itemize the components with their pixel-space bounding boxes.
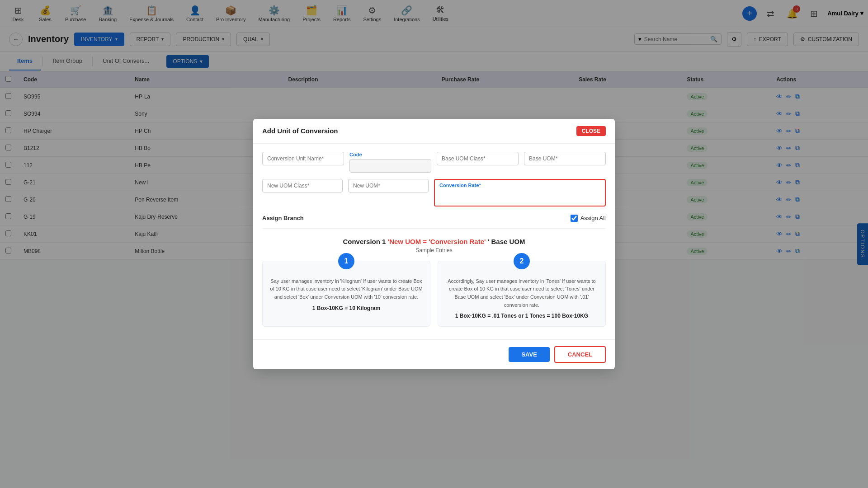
divider	[262, 228, 606, 229]
close-button[interactable]: CLOSE	[576, 126, 606, 136]
assign-all-label: Assign All	[580, 215, 606, 221]
base-uom-class-input[interactable]	[437, 152, 519, 165]
base-uom-group	[524, 152, 606, 173]
sample-card-1: 1 Say user manages inventory in 'Kilogra…	[262, 261, 430, 327]
conversion-rate-input[interactable]: 0.1234567890	[439, 190, 600, 203]
sample-badge-2: 2	[514, 253, 530, 269]
save-button[interactable]: SAVE	[509, 347, 549, 362]
sample-card-2-text: Accordingly, Say user manages inventory …	[445, 277, 598, 309]
new-uom-class-group	[262, 179, 343, 206]
assign-all-checkbox[interactable]	[571, 215, 578, 222]
sample-section: Conversion 1 'New UOM = 'Conversion Rate…	[262, 233, 606, 331]
new-uom-class-input[interactable]	[262, 179, 343, 192]
modal-overlay: Add Unit of Conversion CLOSE Code Auto	[0, 0, 868, 488]
code-label: Code	[349, 152, 431, 157]
modal-title: Add Unit of Conversion	[262, 127, 338, 135]
sample-badge-1: 1	[338, 253, 354, 269]
base-uom-input[interactable]	[524, 152, 606, 165]
conversion-rate-group: Conversion Rate* 0.1234567890	[434, 179, 606, 206]
sample-card-1-text: Say user manages inventory in 'Kilogram'…	[270, 277, 423, 301]
assign-all-row: Assign All	[571, 215, 606, 222]
assign-branch-row: Assign Branch Assign All	[262, 213, 606, 222]
code-input[interactable]: Auto	[349, 159, 431, 173]
modal-add-conversion: Add Unit of Conversion CLOSE Code Auto	[253, 119, 615, 369]
assign-branch-label: Assign Branch	[262, 215, 304, 221]
cancel-button[interactable]: CANCEL	[554, 346, 606, 363]
conversion-unit-name-group	[262, 152, 344, 173]
form-row-2: Conversion Rate* 0.1234567890	[262, 179, 606, 206]
new-uom-input[interactable]	[348, 179, 429, 192]
sample-card-2-formula: 1 Box-10KG = .01 Tones or 1 Tones = 100 …	[445, 313, 598, 319]
conversion-rate-label: Conversion Rate*	[439, 183, 600, 188]
sample-card-1-formula: 1 Box-10KG = 10 Kilogram	[270, 305, 423, 311]
sample-cards: 1 Say user manages inventory in 'Kilogra…	[262, 261, 606, 327]
conversion-unit-name-input[interactable]	[262, 152, 344, 165]
modal-header: Add Unit of Conversion CLOSE	[253, 119, 615, 144]
modal-footer: SAVE CANCEL	[253, 339, 615, 369]
form-row-1: Code Auto	[262, 152, 606, 173]
base-uom-class-group	[437, 152, 519, 173]
code-group: Code Auto	[349, 152, 431, 173]
sample-card-2: 2 Accordingly, Say user manages inventor…	[438, 261, 606, 327]
sample-subtitle: Sample Entries	[262, 247, 606, 253]
sample-title: Conversion 1 'New UOM = 'Conversion Rate…	[262, 238, 606, 245]
modal-body: Code Auto Conversion Rate	[253, 144, 615, 339]
new-uom-group	[348, 179, 429, 206]
